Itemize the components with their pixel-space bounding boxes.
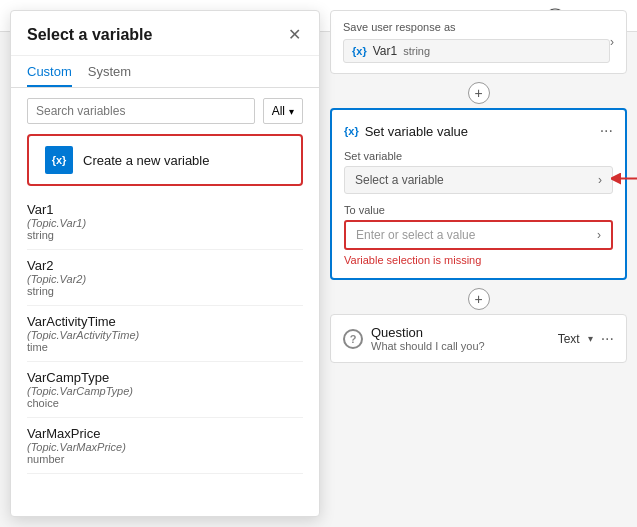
list-item[interactable]: VarMaxPrice (Topic.VarMaxPrice) number [27, 418, 303, 474]
tabs-row: Custom System [11, 56, 319, 88]
plus-connector-2: + [330, 288, 627, 310]
all-dropdown[interactable]: All ▾ [263, 98, 303, 124]
card-title-row: {x} Set variable value [344, 124, 468, 139]
question-card-left: ? Question What should I call you? [343, 325, 485, 352]
search-input-wrap [27, 98, 255, 124]
var-chip[interactable]: {x} Var1 string [343, 39, 610, 63]
question-info: Question What should I call you? [371, 325, 485, 352]
question-mark-icon: ? [350, 333, 357, 345]
red-arrow [611, 169, 637, 192]
add-node-button-1[interactable]: + [468, 82, 490, 104]
search-input[interactable] [27, 98, 255, 124]
chevron-right-value-icon: › [597, 228, 601, 242]
set-variable-section: Set variable Select a variable › [344, 150, 613, 194]
select-var-placeholder: Select a variable [355, 173, 444, 187]
tab-custom[interactable]: Custom [27, 56, 72, 87]
to-value-label: To value [344, 204, 613, 216]
var-icon: {x} [352, 45, 367, 57]
list-item[interactable]: VarActivityTime (Topic.VarActivityTime) … [27, 306, 303, 362]
save-response-label: Save user response as [343, 21, 610, 33]
var-chip-type: string [403, 45, 430, 57]
list-item[interactable]: VarCampType (Topic.VarCampType) choice [27, 362, 303, 418]
create-new-icon: {x} [45, 146, 73, 174]
text-type-badge: Text [558, 332, 580, 346]
chevron-down-icon: ▾ [289, 106, 294, 117]
create-new-label: Create a new variable [83, 153, 209, 168]
set-variable-card: {x} Set variable value ··· Set variable … [330, 108, 627, 280]
question-icon: ? [343, 329, 363, 349]
chevron-down-icon[interactable]: ▾ [588, 333, 593, 344]
close-button[interactable]: ✕ [286, 25, 303, 45]
card-set-header: {x} Set variable value ··· [344, 122, 613, 140]
panel-title: Select a variable [27, 26, 152, 44]
create-new-variable-button[interactable]: {x} Create a new variable [27, 134, 303, 186]
add-node-button-2[interactable]: + [468, 288, 490, 310]
tab-system[interactable]: System [88, 56, 131, 87]
question-card: ? Question What should I call you? Text … [330, 314, 627, 363]
select-variable-panel: Select a variable ✕ Custom System All ▾ … [10, 10, 320, 517]
canvas-area: Save user response as {x} Var1 string › … [330, 10, 627, 517]
card-title: Set variable value [365, 124, 468, 139]
search-row: All ▾ [11, 88, 319, 134]
panel-header: Select a variable ✕ [11, 11, 319, 56]
to-value-placeholder: Enter or select a value [356, 228, 475, 242]
more-options-button[interactable]: ··· [600, 122, 613, 140]
to-value-section: To value Enter or select a value › Varia… [344, 204, 613, 266]
select-variable-row[interactable]: Select a variable › [344, 166, 613, 194]
to-value-input[interactable]: Enter or select a value › [344, 220, 613, 250]
question-more-button[interactable]: ··· [601, 330, 614, 348]
card-icon: {x} [344, 125, 359, 137]
chevron-right-icon: › [610, 35, 614, 49]
list-item[interactable]: Var2 (Topic.Var2) string [27, 250, 303, 306]
save-response-card: Save user response as {x} Var1 string › [330, 10, 627, 74]
select-variable-container: Select a variable › [344, 166, 613, 194]
question-title: Question [371, 325, 485, 340]
var-chip-name: Var1 [373, 44, 397, 58]
error-message: Variable selection is missing [344, 254, 613, 266]
set-variable-label: Set variable [344, 150, 613, 162]
question-card-right: Text ▾ ··· [558, 330, 614, 348]
list-item[interactable]: Var1 (Topic.Var1) string [27, 194, 303, 250]
plus-connector-1: + [330, 82, 627, 104]
chevron-right-select-icon: › [598, 173, 602, 187]
variable-list: Var1 (Topic.Var1) string Var2 (Topic.Var… [11, 194, 319, 474]
question-subtitle: What should I call you? [371, 340, 485, 352]
